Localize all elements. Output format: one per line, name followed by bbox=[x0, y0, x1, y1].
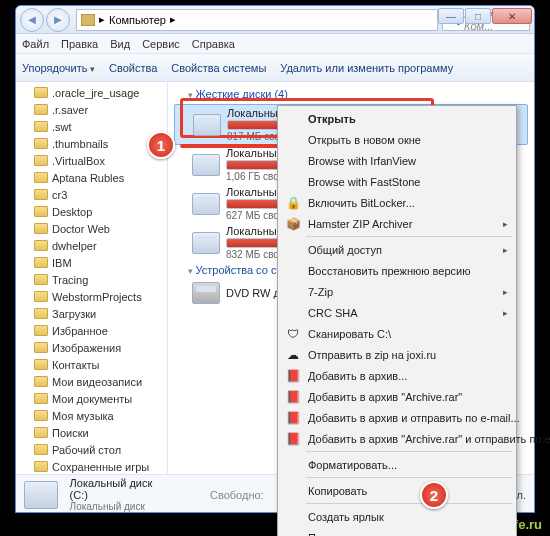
context-menu: ОткрытьОткрыть в новом окнеBrowse with I… bbox=[277, 105, 517, 536]
address-bar[interactable]: ▸ Компьютер ▸ bbox=[76, 9, 438, 31]
folder-icon bbox=[34, 427, 48, 438]
callout-badge-2: 2 bbox=[420, 481, 448, 509]
menu-separator bbox=[306, 477, 512, 478]
menu-item[interactable]: 📦Hamster ZIP Archiver bbox=[280, 213, 514, 234]
menu-item[interactable]: Копировать bbox=[280, 480, 514, 501]
toolbar: УпорядочитьСвойстваСвойства системыУдали… bbox=[16, 54, 534, 82]
minimize-button[interactable]: — bbox=[438, 8, 464, 24]
tree-item[interactable]: Поиски bbox=[16, 424, 167, 441]
drive-icon bbox=[193, 114, 221, 136]
folder-icon bbox=[34, 257, 48, 268]
breadcrumb-sep: ▸ bbox=[170, 13, 176, 26]
folder-icon bbox=[34, 410, 48, 421]
tree-item[interactable]: Tracing bbox=[16, 271, 167, 288]
tree-item[interactable]: cr3 bbox=[16, 186, 167, 203]
folder-icon bbox=[34, 206, 48, 217]
tree-item[interactable]: Aptana Rubles bbox=[16, 169, 167, 186]
menu-separator bbox=[306, 503, 512, 504]
tree-item[interactable]: Рабочий стол bbox=[16, 441, 167, 458]
breadcrumb[interactable]: Компьютер bbox=[109, 14, 166, 26]
menu-item[interactable]: Переименовать bbox=[280, 527, 514, 536]
menu-Вид[interactable]: Вид bbox=[110, 38, 130, 50]
menu-item[interactable]: Форматировать... bbox=[280, 454, 514, 475]
tree-item[interactable]: IBM bbox=[16, 254, 167, 271]
drive-icon bbox=[192, 282, 220, 304]
tree-item[interactable]: dwhelper bbox=[16, 237, 167, 254]
forward-button[interactable]: ► bbox=[46, 8, 70, 32]
tree-item[interactable]: Сохраненные игры bbox=[16, 458, 167, 474]
back-button[interactable]: ◄ bbox=[20, 8, 44, 32]
tree-item[interactable]: Мои документы bbox=[16, 390, 167, 407]
drive-icon bbox=[192, 193, 220, 215]
folder-icon bbox=[34, 240, 48, 251]
menu-item[interactable]: Общий доступ bbox=[280, 239, 514, 260]
tree-item[interactable]: Избранное bbox=[16, 322, 167, 339]
menu-item[interactable]: 🔒Включить BitLocker... bbox=[280, 192, 514, 213]
menu-item[interactable]: 7-Zip bbox=[280, 281, 514, 302]
folder-icon bbox=[34, 189, 48, 200]
computer-icon bbox=[81, 14, 95, 26]
tree-item[interactable]: WebstormProjects bbox=[16, 288, 167, 305]
tree-item[interactable]: .VirtualBox bbox=[16, 152, 167, 169]
menu-icon: 📦 bbox=[285, 216, 301, 232]
menu-item[interactable]: 📕Добавить в архив "Archive.rar" и отправ… bbox=[280, 428, 514, 449]
window-controls: — □ ✕ bbox=[438, 8, 532, 24]
folder-icon bbox=[34, 376, 48, 387]
menu-item[interactable]: 📕Добавить в архив... bbox=[280, 365, 514, 386]
tree-item[interactable]: Doctor Web bbox=[16, 220, 167, 237]
tree-item[interactable]: Контакты bbox=[16, 356, 167, 373]
close-button[interactable]: ✕ bbox=[492, 8, 532, 24]
menu-item[interactable]: 📕Добавить в архив "Archive.rar" bbox=[280, 386, 514, 407]
menu-icon: 📕 bbox=[285, 410, 301, 426]
folder-icon bbox=[34, 342, 48, 353]
folder-icon bbox=[34, 121, 48, 132]
folder-icon bbox=[34, 138, 48, 149]
menu-item[interactable]: 🛡Сканировать C:\ bbox=[280, 323, 514, 344]
menu-Сервис[interactable]: Сервис bbox=[142, 38, 180, 50]
menu-Справка[interactable]: Справка bbox=[192, 38, 235, 50]
menu-Файл[interactable]: Файл bbox=[22, 38, 49, 50]
tree-item[interactable]: .thumbnails bbox=[16, 135, 167, 152]
tree-item[interactable]: Изображения bbox=[16, 339, 167, 356]
menu-item[interactable]: Восстановить прежнюю версию bbox=[280, 260, 514, 281]
toolbar-item[interactable]: Упорядочить bbox=[22, 62, 95, 74]
menu-item[interactable]: Открыть bbox=[280, 108, 514, 129]
status-title: Локальный диск (C:) bbox=[70, 477, 173, 501]
menu-Правка[interactable]: Правка bbox=[61, 38, 98, 50]
tree-item[interactable]: Desktop bbox=[16, 203, 167, 220]
tree-item[interactable]: .swt bbox=[16, 118, 167, 135]
menu-item[interactable]: Создать ярлык bbox=[280, 506, 514, 527]
menu-item[interactable]: Открыть в новом окне bbox=[280, 129, 514, 150]
menu-icon: 🛡 bbox=[285, 326, 301, 342]
nav-tree[interactable]: .oracle_jre_usage.r.saver.swt.thumbnails… bbox=[16, 82, 168, 474]
menu-item[interactable]: Browse with IrfanView bbox=[280, 150, 514, 171]
menu-item[interactable]: CRC SHA bbox=[280, 302, 514, 323]
drive-icon bbox=[24, 481, 58, 509]
drive-icon bbox=[192, 232, 220, 254]
folder-icon bbox=[34, 104, 48, 115]
maximize-button[interactable]: □ bbox=[465, 8, 491, 24]
tree-item[interactable]: Загрузки bbox=[16, 305, 167, 322]
folder-icon bbox=[34, 291, 48, 302]
tree-item[interactable]: .oracle_jre_usage bbox=[16, 84, 167, 101]
group-header[interactable]: Жесткие диски (4) bbox=[174, 86, 528, 104]
menu-icon: 📕 bbox=[285, 431, 301, 447]
folder-icon bbox=[34, 444, 48, 455]
tree-item[interactable]: Мои видеозаписи bbox=[16, 373, 167, 390]
toolbar-item[interactable]: Удалить или изменить программу bbox=[280, 62, 453, 74]
folder-icon bbox=[34, 274, 48, 285]
folder-icon bbox=[34, 359, 48, 370]
folder-icon bbox=[34, 172, 48, 183]
status-subtitle: Локальный диск bbox=[70, 501, 173, 512]
folder-icon bbox=[34, 325, 48, 336]
menu-item[interactable]: Browse with FastStone bbox=[280, 171, 514, 192]
breadcrumb-sep: ▸ bbox=[99, 13, 105, 26]
menu-icon: 🔒 bbox=[285, 195, 301, 211]
menu-item[interactable]: ☁Отправить в zip на joxi.ru bbox=[280, 344, 514, 365]
tree-item[interactable]: .r.saver bbox=[16, 101, 167, 118]
menu-item[interactable]: 📕Добавить в архив и отправить по e-mail.… bbox=[280, 407, 514, 428]
toolbar-item[interactable]: Свойства bbox=[109, 62, 157, 74]
toolbar-item[interactable]: Свойства системы bbox=[171, 62, 266, 74]
tree-item[interactable]: Моя музыка bbox=[16, 407, 167, 424]
menu-icon: ☁ bbox=[285, 347, 301, 363]
